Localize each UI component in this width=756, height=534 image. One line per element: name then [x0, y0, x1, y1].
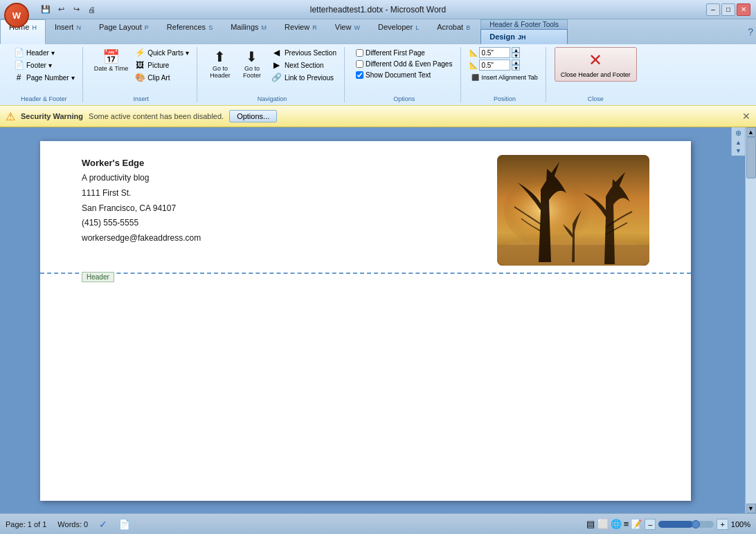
right-toolbar: ⊕ ▲ ▼ — [731, 127, 745, 156]
page-number-button[interactable]: # Page Number ▾ — [11, 72, 77, 83]
diff-first-page-checkbox[interactable]: Different First Page — [354, 48, 453, 57]
hf-buttons: 📄 Header ▾ 📄 Footer ▾ # Page Number ▾ — [11, 47, 77, 83]
header-image — [497, 155, 649, 266]
close-x-icon: ✕ — [588, 50, 602, 70]
next-page-button[interactable]: ▼ — [735, 147, 741, 154]
quick-access-toolbar: 💾 ↩ ↪ 🖨 — [39, 3, 98, 16]
draft-button[interactable]: 📝 — [631, 519, 642, 529]
save-button[interactable]: 💾 — [39, 3, 53, 16]
zoom-plus-button[interactable]: + — [717, 519, 728, 530]
footer-position-input[interactable] — [479, 59, 510, 71]
tab-page-layout[interactable]: Page Layout P — [90, 19, 158, 44]
outline-button[interactable]: ≡ — [624, 519, 629, 529]
security-close-button[interactable]: ✕ — [742, 111, 750, 122]
footer-pos-up[interactable]: ▲ — [512, 59, 520, 65]
phone: (415) 555-5555 — [82, 216, 201, 231]
nav-buttons: ⬆ Go toHeader ⬇ Go toFooter ◀ Previous S… — [206, 47, 339, 83]
scroll-thumb[interactable] — [746, 137, 756, 178]
office-button[interactable]: W — [4, 3, 29, 28]
document-view-button[interactable]: 📄 — [118, 519, 130, 530]
header-position-input[interactable] — [479, 47, 510, 58]
zoom-slider[interactable] — [658, 521, 714, 528]
document-body[interactable] — [40, 274, 691, 481]
address: 1111 First St. — [82, 186, 201, 201]
status-bar: Page: 1 of 1 Words: 0 ✓ 📄 ▤ ⬜ 🌐 ≡ 📝 – + … — [0, 513, 756, 534]
window-title: letterheadtest1.dotx - Microsoft Word — [310, 5, 447, 15]
tab-references[interactable]: References S — [158, 19, 222, 44]
date-time-button[interactable]: 📅 Date & Time — [91, 47, 132, 73]
close-header-footer-button[interactable]: ✕ Close Header and Footer — [555, 47, 637, 82]
window-controls: – □ ✕ — [706, 3, 750, 16]
tagline: A productivity blog — [82, 171, 201, 186]
proofing-button[interactable]: ✓ — [99, 519, 107, 530]
zoom-minus-button[interactable]: – — [645, 519, 656, 530]
fullscreen-button[interactable]: ⬜ — [597, 519, 609, 529]
show-doc-text-checkbox[interactable]: Show Document Text — [354, 71, 453, 80]
browse-object-button[interactable]: ⊕ — [735, 129, 741, 138]
security-warning-title: Security Warning — [21, 112, 83, 120]
status-right: ▤ ⬜ 🌐 ≡ 📝 – + 100% — [586, 519, 750, 530]
group-close: ✕ Close Header and Footer Close — [549, 47, 642, 102]
security-bar: ⚠ Security Warning Some active content h… — [0, 105, 756, 127]
vertical-scrollbar[interactable]: ▲ ▼ — [745, 127, 756, 513]
header-text-block: Worker's Edge A productivity blog 1111 F… — [82, 155, 201, 246]
tab-insert[interactable]: Insert N — [46, 19, 90, 44]
print-layout-button[interactable]: ▤ — [586, 519, 595, 529]
security-options-button[interactable]: Options... — [229, 110, 277, 122]
tab-review[interactable]: Review R — [276, 19, 326, 44]
insert-buttons: 📅 Date & Time ⚡ Quick Parts ▾ 🖼 Picture … — [91, 47, 191, 83]
document-page: Worker's Edge A productivity blog 1111 F… — [40, 141, 691, 501]
go-to-footer-button[interactable]: ⬇ Go toFooter — [237, 47, 267, 80]
footer-pos-down[interactable]: ▼ — [512, 65, 520, 71]
header-label-tag: Header — [82, 272, 114, 282]
web-layout-button[interactable]: 🌐 — [611, 519, 622, 529]
quick-parts-button[interactable]: ⚡ Quick Parts ▾ — [132, 47, 191, 58]
tab-acrobat[interactable]: Acrobat B — [428, 19, 479, 44]
page-count: Page: 1 of 1 — [6, 520, 46, 528]
security-warning-icon: ⚠ — [6, 110, 15, 123]
picture-button[interactable]: 🖼 Picture — [132, 59, 191, 71]
tab-design[interactable]: Design JH — [480, 29, 568, 44]
prev-page-button[interactable]: ▲ — [735, 139, 741, 146]
help-button[interactable]: ? — [748, 26, 753, 37]
document-area: ▲ ▼ ⊕ ▲ ▼ Worker's Edge A productivity b… — [0, 127, 756, 513]
footer-position-spinner: ▲ ▼ — [512, 59, 520, 71]
tab-mailings[interactable]: Mailings M — [222, 19, 276, 44]
hf-tools-label: Header & Footer Tools — [480, 19, 568, 29]
ribbon-tabs: Home H Insert N Page Layout P References… — [0, 19, 756, 44]
group-insert: 📅 Date & Time ⚡ Quick Parts ▾ 🖼 Picture … — [86, 47, 197, 102]
company-name: Worker's Edge — [82, 155, 201, 171]
tab-developer[interactable]: Developer L — [369, 19, 428, 44]
group-position: 📐 ▲ ▼ 📐 ▲ ▼ ⬛ Inse — [464, 47, 546, 102]
scroll-up-button[interactable]: ▲ — [746, 127, 756, 137]
diff-odd-even-checkbox[interactable]: Different Odd & Even Pages — [354, 59, 453, 68]
email: workersedge@fakeaddress.com — [82, 231, 201, 246]
header-button[interactable]: 📄 Header ▾ — [11, 47, 77, 58]
maximize-button[interactable]: □ — [721, 3, 735, 16]
close-button[interactable]: ✕ — [737, 3, 750, 16]
word-count: Words: 0 — [57, 520, 88, 528]
minimize-button[interactable]: – — [706, 3, 720, 16]
city: San Francisco, CA 94107 — [82, 201, 201, 217]
ribbon-content: 📄 Header ▾ 📄 Footer ▾ # Page Number ▾ — [0, 44, 756, 105]
prev-section-button[interactable]: ◀ Previous Section — [269, 47, 339, 58]
scroll-track[interactable] — [746, 137, 756, 504]
header-pos-up[interactable]: ▲ — [512, 47, 520, 53]
title-bar: W 💾 ↩ ↪ 🖨 letterheadtest1.dotx - Microso… — [0, 0, 756, 19]
clip-art-button[interactable]: 🎨 Clip Art — [132, 72, 191, 83]
tab-view[interactable]: View W — [326, 19, 369, 44]
header-position-spinner: ▲ ▼ — [512, 47, 520, 58]
zoom-level: 100% — [731, 520, 750, 528]
insert-alignment-tab-button[interactable]: ⬛ Insert Alignment Tab — [469, 73, 539, 82]
header-pos-down[interactable]: ▼ — [512, 53, 520, 58]
link-to-previous-button[interactable]: 🔗 Link to Previous — [269, 72, 339, 83]
next-section-button[interactable]: ▶ Next Section — [269, 59, 339, 71]
view-buttons: ▤ ⬜ 🌐 ≡ 📝 — [586, 519, 642, 529]
redo-button[interactable]: ↪ — [69, 3, 83, 16]
footer-button[interactable]: 📄 Footer ▾ — [11, 59, 77, 71]
print-button[interactable]: 🖨 — [84, 3, 98, 16]
security-warning-message: Some active content has been disabled. — [89, 112, 224, 120]
undo-button[interactable]: ↩ — [54, 3, 68, 16]
scroll-down-button[interactable]: ▼ — [746, 504, 756, 513]
go-to-header-button[interactable]: ⬆ Go toHeader — [206, 47, 235, 80]
